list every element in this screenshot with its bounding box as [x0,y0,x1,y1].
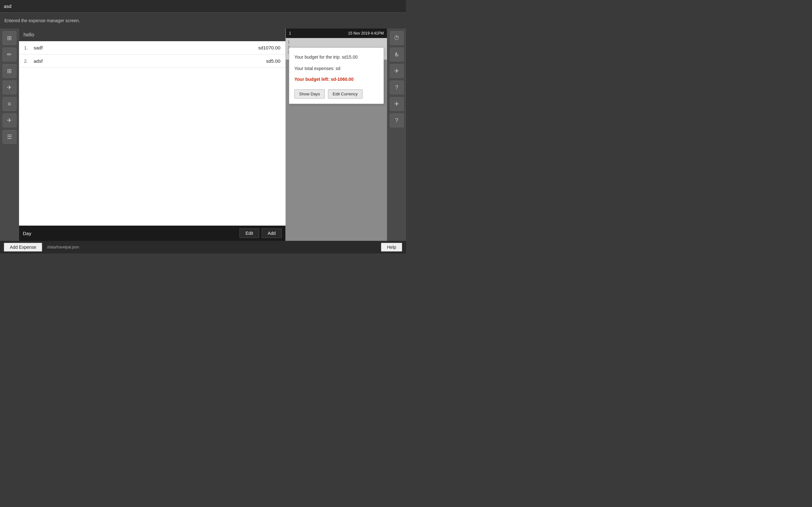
expense-row-1[interactable]: 1. sadf sd1070.00 [19,41,286,55]
edit-button[interactable]: Edit [240,228,259,238]
sidebar-icon-menu[interactable]: ☰ [3,130,16,144]
right-sidebar-icon-help2[interactable]: ? [390,113,404,127]
bottom-bar: Add Expense ./data/travelpal.json Help [0,241,406,253]
expense-amount-1: sd1070.00 [258,45,281,50]
expense-num-2: 2. [24,59,34,64]
sidebar-icon-edit[interactable]: ✏ [3,48,16,61]
bottom-left: Add Expense ./data/travelpal.json [4,243,79,251]
expense-name-2: adsf [34,58,266,64]
datetime-bar: 1 15 Nov 2019 4:41PM [286,29,387,38]
add-expense-button[interactable]: Add Expense [4,243,42,251]
right-sidebar-icon-plane[interactable]: ✈ [390,64,404,78]
budget-card-buttons: Show Days Edit Currency [294,89,378,99]
sidebar-icon-calc[interactable]: ⊞ [3,64,16,78]
right-sidebar: ⏱ ₺ ✈ ? ✈ ? [387,29,406,241]
right-sidebar-icon-currency[interactable]: ₺ [390,48,404,61]
expense-row-2[interactable]: 2. adsf sd5.00 [19,55,286,68]
right-sidebar-icon-plane2[interactable]: ✈ [390,97,404,111]
top-bar: asd [0,0,406,13]
trip-number: 1 [289,31,291,36]
show-days-button[interactable]: Show Days [294,89,325,99]
sidebar-icon-plane1[interactable]: ✈ [3,80,16,95]
sidebar-icon-grid[interactable]: ⊞ [3,31,16,45]
center-bottom-bar: Day Edit Add [19,226,286,241]
edit-add-buttons: Edit Add [240,228,282,238]
main-area: ⊞ ✏ ⊞ ✈ ≡ ✈ ☰ hello 1. sadf sd1070.00 2. [0,29,406,241]
panel-header: hello [19,29,286,41]
edit-currency-button[interactable]: Edit Currency [328,89,362,99]
status-text: Entered the expense manager screen. [4,18,80,23]
expense-num-1: 1. [24,45,34,50]
datetime-display: 15 Nov 2019 4:41PM [348,31,384,36]
budget-total-expenses: Your total expenses: sd [294,66,378,72]
budget-left: Your budget left: sd-1060.00 [294,77,378,82]
budget-trip: Your budget for the trip: sd15.00 [294,54,378,60]
sidebar-icon-plane2[interactable]: ✈ [3,113,16,127]
expense-list-empty [19,68,286,163]
left-sidebar: ⊞ ✏ ⊞ ✈ ≡ ✈ ☰ [0,29,19,241]
center-panel: hello 1. sadf sd1070.00 2. adsf sd5.00 [19,29,286,241]
expense-name-1: sadf [34,45,258,50]
help-button[interactable]: Help [381,243,402,251]
panel-title: hello [23,32,34,38]
add-button[interactable]: Add [262,228,282,238]
right-sidebar-icon-help1[interactable]: ? [390,80,404,95]
sidebar-icon-list[interactable]: ≡ [3,97,16,111]
expense-amount-2: sd5.00 [266,58,281,64]
right-sidebar-icon-clock[interactable]: ⏱ [390,31,404,45]
status-message: Entered the expense manager screen. [0,13,406,29]
right-panel: 1 15 Nov 2019 4:41PM 1 2 3 Your budget f… [286,29,387,241]
app-title: asd [4,3,11,9]
expense-list[interactable]: 1. sadf sd1070.00 2. adsf sd5.00 [19,41,286,226]
budget-card: Your budget for the trip: sd15.00 Your t… [289,48,384,104]
day-label: Day [23,231,32,236]
file-path: ./data/travelpal.json [46,245,79,249]
